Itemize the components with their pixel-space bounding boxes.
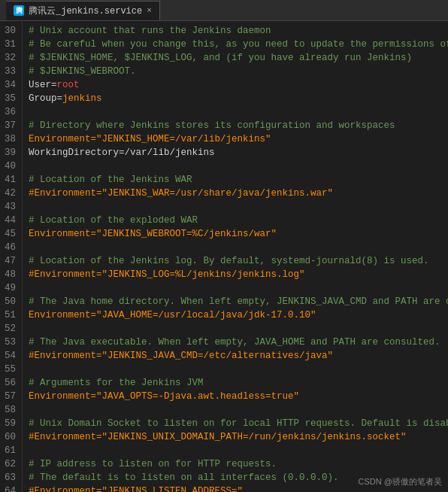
line-number: 56: [3, 376, 16, 390]
code-segment: # Directory where Jenkins stores its con…: [29, 120, 395, 131]
code-segment: #Environment=: [29, 269, 102, 280]
title-bar: 腾 腾讯云_jenkins.service ×: [0, 0, 448, 21]
code-segment: # The default is to listen on all interf…: [29, 472, 339, 483]
code-line: [29, 105, 442, 119]
line-number: 31: [3, 38, 16, 51]
tab-close-icon[interactable]: ×: [147, 6, 152, 15]
line-number: 41: [3, 173, 16, 187]
code-line: [29, 159, 442, 173]
line-number: 50: [3, 295, 16, 308]
code-segment: Environment=: [29, 391, 96, 402]
code-segment: "JENKINS_JAVA_CMD=/etc/alternatives/java…: [102, 351, 334, 361]
code-segment: # Unix account that runs the Jenkins dae…: [29, 26, 271, 36]
code-segment: /var/lib/jenkins: [125, 147, 215, 158]
line-number: 38: [3, 132, 16, 146]
code-segment: "JENKINS_LISTEN_ADDRESS=": [102, 486, 244, 492]
code-segment: # Arguments for the Jenkins JVM: [29, 378, 204, 388]
code-line: [29, 363, 442, 376]
tab[interactable]: 腾 腾讯云_jenkins.service ×: [6, 1, 160, 20]
code-line: WorkingDirectory=/var/lib/jenkins: [29, 146, 442, 159]
code-line: # The Java home directory. When left emp…: [29, 295, 442, 308]
line-number: 35: [3, 92, 16, 105]
tab-title: 腾讯云_jenkins.service: [29, 5, 142, 17]
code-segment: #Environment=: [29, 432, 102, 442]
code-segment: #Environment=: [29, 351, 102, 361]
code-segment: "JENKINS_HOME=/var/lib/jenkins": [96, 134, 271, 144]
line-number: 63: [3, 471, 16, 484]
watermark: CSDN @骄傲的笔者吴: [359, 476, 442, 487]
code-line: # Location of the Jenkins log. By defaul…: [29, 254, 442, 268]
code-line: Group=jenkins: [29, 92, 442, 105]
line-number: 61: [3, 444, 16, 457]
code-line: # The Java executable. When left empty, …: [29, 336, 442, 349]
line-number: 33: [3, 65, 16, 78]
line-number: 58: [3, 403, 16, 417]
code-segment: # The Java home directory. When left emp…: [29, 296, 448, 307]
code-line: # Be careful when you change this, as yo…: [29, 38, 442, 51]
code-line: Environment="JAVA_HOME=/usr/local/java/j…: [29, 308, 442, 322]
code-line: [29, 444, 442, 457]
code-segment: User=: [29, 80, 57, 90]
code-line: [29, 200, 442, 214]
code-segment: "JAVA_OPTS=-Djava.awt.headless=true": [96, 391, 299, 402]
code-line: User=root: [29, 78, 442, 92]
line-number: 46: [3, 241, 16, 254]
line-number: 34: [3, 78, 16, 92]
code-line: # Arguments for the Jenkins JVM: [29, 376, 442, 390]
code-area: 3031323334353637383940414243444546474849…: [0, 21, 448, 492]
line-number: 36: [3, 105, 16, 119]
line-number: 30: [3, 24, 16, 38]
line-number: 64: [3, 484, 16, 492]
code-segment: # IP address to listen on for HTTP reque…: [29, 459, 277, 469]
code-segment: "JAVA_HOME=/usr/local/java/jdk-17.0.10": [96, 310, 316, 320]
code-content[interactable]: # Unix account that runs the Jenkins dae…: [23, 21, 448, 492]
code-segment: Environment=: [29, 134, 96, 144]
line-number: 48: [3, 268, 16, 281]
code-segment: "JENKINS_WAR=/usr/share/java/jenkins.war…: [102, 188, 334, 199]
code-segment: # Unix Domain Socket to listen on for lo…: [29, 418, 448, 429]
code-line: # IP address to listen on for HTTP reque…: [29, 457, 442, 471]
code-line: #Environment="JENKINS_LOG=%L/jenkins/jen…: [29, 268, 442, 281]
code-line: Environment="JAVA_OPTS=-Djava.awt.headle…: [29, 390, 442, 403]
line-number: 45: [3, 227, 16, 241]
code-segment: #Environment=: [29, 188, 102, 199]
code-line: # Unix Domain Socket to listen on for lo…: [29, 417, 442, 430]
line-number: 47: [3, 254, 16, 268]
code-segment: jenkins: [62, 93, 102, 104]
line-number: 39: [3, 146, 16, 159]
line-number: 55: [3, 363, 16, 376]
code-segment: # Location of the Jenkins WAR: [29, 175, 192, 185]
code-segment: WorkingDirectory=: [29, 147, 125, 158]
code-line: #Environment="JENKINS_UNIX_DOMAIN_PATH=/…: [29, 430, 442, 444]
code-line: [29, 403, 442, 417]
line-number: 42: [3, 187, 16, 200]
code-line: # Location of the exploded WAR: [29, 214, 442, 227]
code-segment: # $JENKINS_HOME, $JENKINS_LOG, and (if y…: [29, 53, 412, 63]
code-line: #Environment="JENKINS_WAR=/usr/share/jav…: [29, 187, 442, 200]
line-number: 53: [3, 336, 16, 349]
code-segment: "JENKINS_UNIX_DOMAIN_PATH=/run/jenkins/j…: [102, 432, 407, 442]
code-line: [29, 322, 442, 336]
line-number: 62: [3, 457, 16, 471]
line-number: 40: [3, 159, 16, 173]
code-line: # Directory where Jenkins stores its con…: [29, 119, 442, 132]
line-number: 52: [3, 322, 16, 336]
code-segment: "JENKINS_LOG=%L/jenkins/jenkins.log": [102, 269, 305, 280]
code-line: # Location of the Jenkins WAR: [29, 173, 442, 187]
code-segment: Group=: [29, 93, 62, 104]
code-line: #Environment="JENKINS_JAVA_CMD=/etc/alte…: [29, 349, 442, 363]
code-line: Environment="JENKINS_WEBROOT=%C/jenkins/…: [29, 227, 442, 241]
code-segment: # Location of the Jenkins log. By defaul…: [29, 256, 429, 266]
code-line: [29, 241, 442, 254]
code-line: # Unix account that runs the Jenkins dae…: [29, 24, 442, 38]
line-number: 37: [3, 119, 16, 132]
line-number: 51: [3, 308, 16, 322]
code-segment: # The Java executable. When left empty, …: [29, 337, 440, 348]
code-segment: Environment=: [29, 229, 96, 239]
code-segment: #Environment=: [29, 486, 102, 492]
code-segment: root: [57, 80, 80, 90]
code-line: [29, 281, 442, 295]
line-number: 60: [3, 430, 16, 444]
line-number: 59: [3, 417, 16, 430]
line-number: 54: [3, 349, 16, 363]
